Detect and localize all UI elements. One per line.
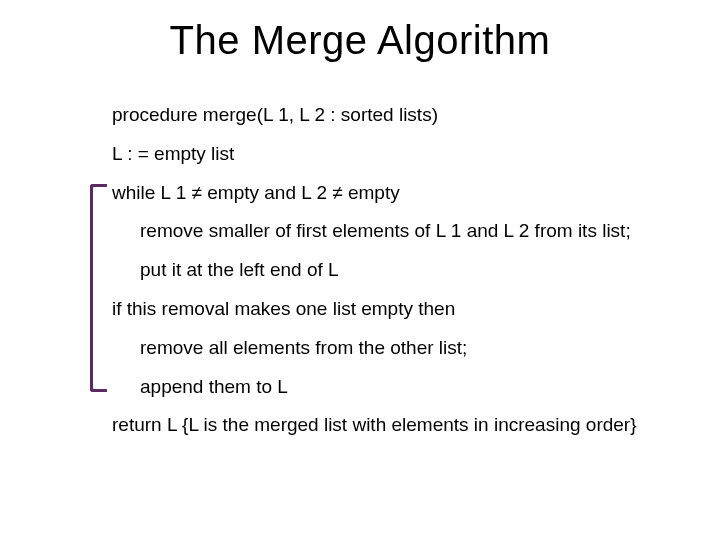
- line-append: append them to L: [112, 376, 652, 399]
- loop-block: while L 1 ≠ empty and L 2 ≠ empty remove…: [112, 182, 652, 399]
- line-init: L : = empty list: [112, 143, 652, 166]
- slide: The Merge Algorithm procedure merge(L 1,…: [0, 0, 720, 540]
- line-return: return L {L is the merged list with elem…: [112, 414, 652, 437]
- line-remove-smaller: remove smaller of first elements of L 1 …: [112, 220, 652, 243]
- line-if-empty: if this removal makes one list empty the…: [112, 298, 652, 321]
- line-procedure: procedure merge(L 1, L 2 : sorted lists): [112, 104, 652, 127]
- line-remove-all: remove all elements from the other list;: [112, 337, 652, 360]
- line-put-left: put it at the left end of L: [112, 259, 652, 282]
- bracket-icon: [90, 184, 107, 393]
- slide-title: The Merge Algorithm: [0, 18, 720, 63]
- slide-body: procedure merge(L 1, L 2 : sorted lists)…: [112, 104, 652, 453]
- line-while: while L 1 ≠ empty and L 2 ≠ empty: [112, 182, 652, 205]
